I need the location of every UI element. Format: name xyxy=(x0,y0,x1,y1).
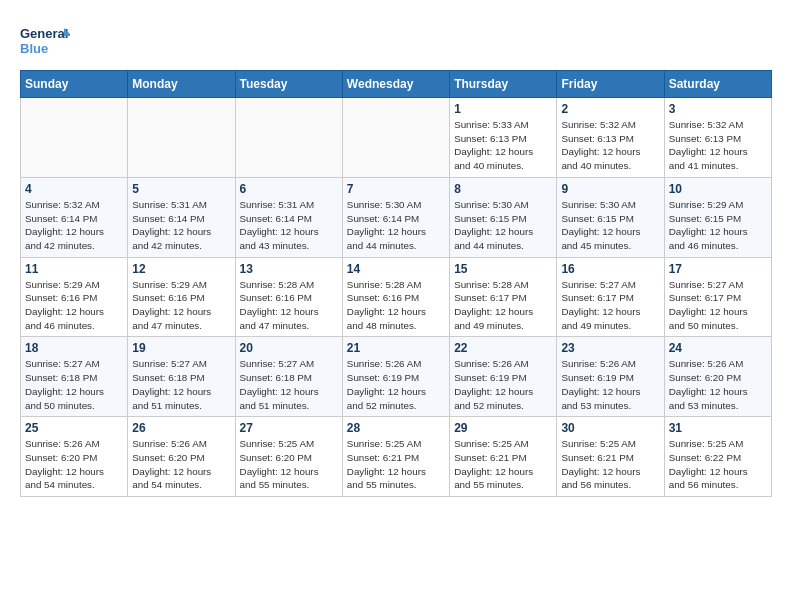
calendar-day-cell: 11Sunrise: 5:29 AM Sunset: 6:16 PM Dayli… xyxy=(21,257,128,337)
calendar-day-cell xyxy=(21,98,128,178)
calendar-day-cell: 6Sunrise: 5:31 AM Sunset: 6:14 PM Daylig… xyxy=(235,177,342,257)
day-info: Sunrise: 5:29 AM Sunset: 6:16 PM Dayligh… xyxy=(132,278,230,333)
day-number: 16 xyxy=(561,262,659,276)
day-info: Sunrise: 5:25 AM Sunset: 6:22 PM Dayligh… xyxy=(669,437,767,492)
calendar-day-cell: 4Sunrise: 5:32 AM Sunset: 6:14 PM Daylig… xyxy=(21,177,128,257)
calendar-day-cell: 10Sunrise: 5:29 AM Sunset: 6:15 PM Dayli… xyxy=(664,177,771,257)
calendar-day-cell: 24Sunrise: 5:26 AM Sunset: 6:20 PM Dayli… xyxy=(664,337,771,417)
calendar-day-cell xyxy=(128,98,235,178)
day-info: Sunrise: 5:26 AM Sunset: 6:20 PM Dayligh… xyxy=(669,357,767,412)
calendar-day-cell: 14Sunrise: 5:28 AM Sunset: 6:16 PM Dayli… xyxy=(342,257,449,337)
weekday-header-cell: Thursday xyxy=(450,71,557,98)
calendar-day-cell: 5Sunrise: 5:31 AM Sunset: 6:14 PM Daylig… xyxy=(128,177,235,257)
day-number: 19 xyxy=(132,341,230,355)
day-info: Sunrise: 5:26 AM Sunset: 6:19 PM Dayligh… xyxy=(347,357,445,412)
logo: General Blue xyxy=(20,20,70,60)
day-number: 22 xyxy=(454,341,552,355)
calendar-table: SundayMondayTuesdayWednesdayThursdayFrid… xyxy=(20,70,772,497)
day-number: 4 xyxy=(25,182,123,196)
calendar-body: 1Sunrise: 5:33 AM Sunset: 6:13 PM Daylig… xyxy=(21,98,772,497)
calendar-day-cell: 3Sunrise: 5:32 AM Sunset: 6:13 PM Daylig… xyxy=(664,98,771,178)
weekday-header-cell: Wednesday xyxy=(342,71,449,98)
day-info: Sunrise: 5:32 AM Sunset: 6:14 PM Dayligh… xyxy=(25,198,123,253)
calendar-day-cell: 29Sunrise: 5:25 AM Sunset: 6:21 PM Dayli… xyxy=(450,417,557,497)
calendar-day-cell: 18Sunrise: 5:27 AM Sunset: 6:18 PM Dayli… xyxy=(21,337,128,417)
day-number: 6 xyxy=(240,182,338,196)
day-info: Sunrise: 5:33 AM Sunset: 6:13 PM Dayligh… xyxy=(454,118,552,173)
day-number: 10 xyxy=(669,182,767,196)
calendar-day-cell: 25Sunrise: 5:26 AM Sunset: 6:20 PM Dayli… xyxy=(21,417,128,497)
day-number: 23 xyxy=(561,341,659,355)
day-number: 18 xyxy=(25,341,123,355)
day-number: 13 xyxy=(240,262,338,276)
calendar-day-cell: 9Sunrise: 5:30 AM Sunset: 6:15 PM Daylig… xyxy=(557,177,664,257)
weekday-header-cell: Monday xyxy=(128,71,235,98)
day-info: Sunrise: 5:27 AM Sunset: 6:18 PM Dayligh… xyxy=(240,357,338,412)
day-number: 5 xyxy=(132,182,230,196)
calendar-day-cell: 16Sunrise: 5:27 AM Sunset: 6:17 PM Dayli… xyxy=(557,257,664,337)
page-header: General Blue xyxy=(20,20,772,60)
day-info: Sunrise: 5:30 AM Sunset: 6:15 PM Dayligh… xyxy=(454,198,552,253)
day-info: Sunrise: 5:25 AM Sunset: 6:21 PM Dayligh… xyxy=(561,437,659,492)
day-info: Sunrise: 5:25 AM Sunset: 6:21 PM Dayligh… xyxy=(347,437,445,492)
day-info: Sunrise: 5:28 AM Sunset: 6:16 PM Dayligh… xyxy=(347,278,445,333)
day-info: Sunrise: 5:26 AM Sunset: 6:20 PM Dayligh… xyxy=(132,437,230,492)
day-info: Sunrise: 5:31 AM Sunset: 6:14 PM Dayligh… xyxy=(240,198,338,253)
calendar-day-cell: 27Sunrise: 5:25 AM Sunset: 6:20 PM Dayli… xyxy=(235,417,342,497)
calendar-day-cell xyxy=(235,98,342,178)
calendar-day-cell: 28Sunrise: 5:25 AM Sunset: 6:21 PM Dayli… xyxy=(342,417,449,497)
calendar-day-cell xyxy=(342,98,449,178)
svg-text:Blue: Blue xyxy=(20,41,48,56)
day-number: 21 xyxy=(347,341,445,355)
day-info: Sunrise: 5:28 AM Sunset: 6:16 PM Dayligh… xyxy=(240,278,338,333)
weekday-header-cell: Friday xyxy=(557,71,664,98)
calendar-day-cell: 22Sunrise: 5:26 AM Sunset: 6:19 PM Dayli… xyxy=(450,337,557,417)
day-info: Sunrise: 5:25 AM Sunset: 6:20 PM Dayligh… xyxy=(240,437,338,492)
day-info: Sunrise: 5:26 AM Sunset: 6:19 PM Dayligh… xyxy=(561,357,659,412)
calendar-week-row: 4Sunrise: 5:32 AM Sunset: 6:14 PM Daylig… xyxy=(21,177,772,257)
calendar-day-cell: 19Sunrise: 5:27 AM Sunset: 6:18 PM Dayli… xyxy=(128,337,235,417)
day-number: 24 xyxy=(669,341,767,355)
weekday-header-cell: Sunday xyxy=(21,71,128,98)
calendar-day-cell: 17Sunrise: 5:27 AM Sunset: 6:17 PM Dayli… xyxy=(664,257,771,337)
calendar-day-cell: 26Sunrise: 5:26 AM Sunset: 6:20 PM Dayli… xyxy=(128,417,235,497)
day-info: Sunrise: 5:32 AM Sunset: 6:13 PM Dayligh… xyxy=(669,118,767,173)
day-info: Sunrise: 5:30 AM Sunset: 6:15 PM Dayligh… xyxy=(561,198,659,253)
day-info: Sunrise: 5:30 AM Sunset: 6:14 PM Dayligh… xyxy=(347,198,445,253)
day-info: Sunrise: 5:27 AM Sunset: 6:18 PM Dayligh… xyxy=(132,357,230,412)
day-number: 9 xyxy=(561,182,659,196)
calendar-day-cell: 8Sunrise: 5:30 AM Sunset: 6:15 PM Daylig… xyxy=(450,177,557,257)
day-number: 2 xyxy=(561,102,659,116)
logo-svg: General Blue xyxy=(20,20,70,60)
day-number: 11 xyxy=(25,262,123,276)
calendar-day-cell: 31Sunrise: 5:25 AM Sunset: 6:22 PM Dayli… xyxy=(664,417,771,497)
day-info: Sunrise: 5:29 AM Sunset: 6:15 PM Dayligh… xyxy=(669,198,767,253)
day-info: Sunrise: 5:27 AM Sunset: 6:17 PM Dayligh… xyxy=(561,278,659,333)
svg-text:General: General xyxy=(20,26,68,41)
calendar-day-cell: 12Sunrise: 5:29 AM Sunset: 6:16 PM Dayli… xyxy=(128,257,235,337)
day-info: Sunrise: 5:25 AM Sunset: 6:21 PM Dayligh… xyxy=(454,437,552,492)
day-info: Sunrise: 5:27 AM Sunset: 6:18 PM Dayligh… xyxy=(25,357,123,412)
day-number: 14 xyxy=(347,262,445,276)
day-number: 7 xyxy=(347,182,445,196)
calendar-day-cell: 21Sunrise: 5:26 AM Sunset: 6:19 PM Dayli… xyxy=(342,337,449,417)
day-number: 20 xyxy=(240,341,338,355)
day-number: 17 xyxy=(669,262,767,276)
calendar-day-cell: 15Sunrise: 5:28 AM Sunset: 6:17 PM Dayli… xyxy=(450,257,557,337)
calendar-day-cell: 7Sunrise: 5:30 AM Sunset: 6:14 PM Daylig… xyxy=(342,177,449,257)
day-info: Sunrise: 5:28 AM Sunset: 6:17 PM Dayligh… xyxy=(454,278,552,333)
day-number: 25 xyxy=(25,421,123,435)
calendar-day-cell: 30Sunrise: 5:25 AM Sunset: 6:21 PM Dayli… xyxy=(557,417,664,497)
day-number: 30 xyxy=(561,421,659,435)
day-info: Sunrise: 5:31 AM Sunset: 6:14 PM Dayligh… xyxy=(132,198,230,253)
day-number: 29 xyxy=(454,421,552,435)
day-number: 28 xyxy=(347,421,445,435)
calendar-day-cell: 20Sunrise: 5:27 AM Sunset: 6:18 PM Dayli… xyxy=(235,337,342,417)
day-number: 1 xyxy=(454,102,552,116)
day-number: 31 xyxy=(669,421,767,435)
weekday-header-row: SundayMondayTuesdayWednesdayThursdayFrid… xyxy=(21,71,772,98)
day-info: Sunrise: 5:32 AM Sunset: 6:13 PM Dayligh… xyxy=(561,118,659,173)
calendar-day-cell: 23Sunrise: 5:26 AM Sunset: 6:19 PM Dayli… xyxy=(557,337,664,417)
day-number: 8 xyxy=(454,182,552,196)
calendar-week-row: 25Sunrise: 5:26 AM Sunset: 6:20 PM Dayli… xyxy=(21,417,772,497)
